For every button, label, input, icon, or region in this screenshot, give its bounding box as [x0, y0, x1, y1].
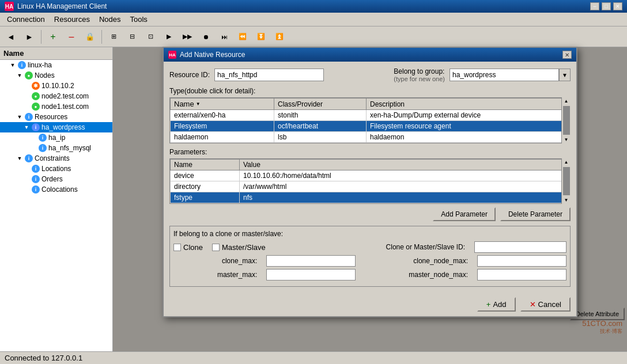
minimize-btn[interactable]: – — [590, 2, 599, 10]
table-row[interactable]: Filesystem ocf/heartbeat Filesystem reso… — [171, 121, 570, 132]
toolbar-btn4[interactable]: ⊟ — [123, 29, 141, 45]
scroll-down-btn[interactable]: ▼ — [563, 136, 570, 143]
scroll-up-btn[interactable]: ▲ — [563, 97, 570, 105]
tree-item-nodes[interactable]: ▼ ● Nodes — [0, 70, 112, 81]
expand-resources: ▼ — [16, 113, 23, 120]
tree-item-10.10.10.2[interactable]: ✱ 10.10.10.2 — [0, 81, 112, 91]
belong-label: Belong to group: — [394, 67, 444, 75]
menu-tools[interactable]: Tools — [126, 14, 152, 25]
table-row[interactable]: device 10.10.10.60:/home/data/html — [171, 170, 570, 181]
label-ha-nfs-mysql: ha_nfs_mysql — [48, 144, 91, 152]
clone-node-max-input[interactable] — [477, 255, 566, 267]
icon-resources: i — [25, 113, 33, 121]
add-param-btn[interactable]: Add Parameter — [433, 207, 496, 221]
menu-resources[interactable]: Resources — [50, 14, 95, 25]
tree-item-ha-nfs-mysql[interactable]: i ha_nfs_mysql — [0, 143, 112, 153]
toolbar-btn7[interactable]: ▶▶ — [179, 29, 196, 45]
toolbar-btn10[interactable]: ⏪ — [234, 29, 251, 45]
toolbar-back-btn[interactable]: ◄ — [2, 29, 20, 45]
master-slave-checkbox[interactable] — [212, 244, 220, 251]
type-col-class: Class/Provider — [274, 98, 367, 110]
belong-dropdown-btn[interactable]: ▼ — [559, 69, 571, 81]
table-row[interactable]: external/xen0-ha stonith xen-ha-Dump/Dum… — [171, 110, 570, 121]
params-scrollbar[interactable]: ▲ ▼ — [561, 158, 571, 204]
type-col-name: Name ▼ — [171, 98, 274, 110]
master-node-max-input[interactable] — [477, 269, 566, 280]
toolbar-lock-btn[interactable]: 🔒 — [81, 29, 99, 45]
main-layout: Name ▼ i linux-ha ▼ ● Nodes ✱ 10.10.10.2… — [0, 47, 627, 351]
table-row[interactable]: directory /var/www/html — [171, 181, 570, 192]
clone-checkbox[interactable] — [173, 244, 181, 251]
expand-ha-ip — [30, 134, 37, 141]
table-row[interactable]: fstype nfs — [171, 192, 570, 203]
params-table-scroll[interactable]: Name Value device 10.10.10.60:/home/data… — [169, 158, 571, 204]
label-node1: node1.test.com — [41, 103, 89, 111]
add-btn[interactable]: + Add — [477, 297, 516, 312]
expand-orders — [23, 176, 30, 183]
tree-item-linux-ha[interactable]: ▼ i linux-ha — [0, 60, 112, 70]
master-slave-checkbox-wrap[interactable]: Master/Slave — [212, 243, 266, 252]
tree-item-locations[interactable]: i Locations — [0, 164, 112, 174]
toolbar-btn6[interactable]: ▶ — [160, 29, 177, 45]
icon-ha-wordpress: i — [32, 123, 40, 131]
icon-constraints: i — [25, 154, 33, 162]
toolbar-btn11[interactable]: ⏬ — [252, 29, 270, 45]
tree-item-ha-wordpress[interactable]: ▼ i ha_wordpress — [0, 122, 112, 132]
clone-max-input[interactable] — [266, 255, 356, 267]
tree-item-resources[interactable]: ▼ i Resources — [0, 112, 112, 122]
right-panel: Delete Attribute 51CTO.com 技术·博客 HA Add … — [113, 47, 627, 351]
clone-node-max-label: clone_node_max: — [413, 257, 468, 265]
expand-ha-nfs-mysql — [30, 145, 37, 151]
type-scrollbar[interactable]: ▲ ▼ — [561, 97, 571, 143]
dialog-close-btn[interactable]: ✕ — [562, 51, 572, 59]
type-row2-class: ocf/heartbeat — [274, 121, 367, 132]
sort-name-icon: ▼ — [196, 101, 201, 107]
close-btn[interactable]: ✕ — [613, 2, 622, 10]
toolbar-btn3[interactable]: ⊞ — [105, 29, 122, 45]
params-scroll-up[interactable]: ▲ — [563, 158, 570, 166]
clone-ms-id-input[interactable] — [474, 241, 566, 253]
maximize-btn[interactable]: □ — [602, 2, 611, 10]
master-max-input[interactable] — [266, 269, 356, 280]
toolbar-btn12[interactable]: ⏫ — [271, 29, 288, 45]
resource-id-label: Resource ID: — [169, 71, 210, 79]
label-ha-wordpress: ha_wordpress — [41, 123, 85, 131]
icon-node1: ● — [32, 103, 40, 111]
toolbar-btn9[interactable]: ⏭ — [216, 29, 233, 45]
params-header-row: Name Value — [171, 160, 570, 170]
params-table-container: Name Value device 10.10.10.60:/home/data… — [169, 158, 571, 204]
menu-nodes[interactable]: Nodes — [95, 14, 126, 25]
tree-item-ha-ip[interactable]: i ha_ip — [0, 132, 112, 143]
title-bar: HA Linux HA Management Client – □ ✕ — [0, 0, 627, 13]
toolbar-forward-btn[interactable]: ► — [21, 29, 38, 45]
toolbar-add-btn[interactable]: + — [44, 29, 62, 45]
type-table-scroll[interactable]: Name ▼ Class/Provider Description — [169, 97, 571, 143]
icon-linux-ha: i — [18, 61, 26, 69]
belong-input[interactable] — [450, 69, 559, 81]
clone-checkbox-wrap[interactable]: Clone — [173, 243, 203, 252]
label-colocations: Colocations — [41, 185, 78, 194]
menu-connection[interactable]: Connection — [2, 14, 50, 25]
resource-id-input[interactable] — [214, 69, 324, 81]
type-row1-name: external/xen0-ha — [171, 110, 274, 121]
params-scroll-down[interactable]: ▼ — [563, 196, 570, 204]
type-name-sort: Name ▼ — [174, 100, 270, 108]
add-icon: + — [486, 300, 491, 309]
tree-item-constraints[interactable]: ▼ i Constraints — [0, 153, 112, 164]
toolbar-remove-btn[interactable]: – — [63, 29, 80, 45]
tree-item-colocations[interactable]: i Colocations — [0, 184, 112, 195]
tree-item-orders[interactable]: i Orders — [0, 174, 112, 184]
tree-item-node1[interactable]: ● node1.test.com — [0, 101, 112, 112]
clone-label: Clone — [183, 243, 203, 252]
cancel-btn[interactable]: ✕ Cancel — [520, 297, 571, 312]
table-row[interactable]: haldaemon lsb haldaemon — [171, 132, 570, 143]
toolbar-btn5[interactable]: ⊡ — [142, 29, 159, 45]
toolbar: ◄ ► + – 🔒 ⊞ ⊟ ⊡ ▶ ▶▶ ⏺ ⏭ ⏪ ⏬ ⏫ — [0, 26, 627, 47]
tree-item-node2[interactable]: ● node2.test.com — [0, 91, 112, 101]
toolbar-btn8[interactable]: ⏺ — [197, 29, 214, 45]
dialog-footer: + Add ✕ Cancel — [164, 293, 576, 316]
add-label: Add — [493, 300, 506, 309]
belong-hint: (type for new one) — [394, 75, 445, 82]
type-table-container: Name ▼ Class/Provider Description — [169, 97, 571, 143]
delete-param-btn[interactable]: Delete Parameter — [500, 207, 571, 221]
